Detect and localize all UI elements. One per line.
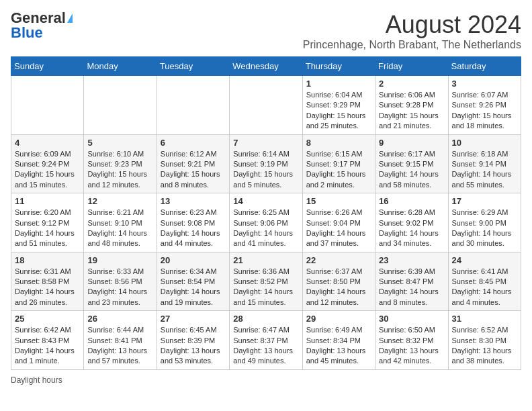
day-number: 5 (87, 138, 152, 148)
calendar-cell: 28Sunrise: 6:47 AM Sunset: 8:37 PM Dayli… (230, 311, 302, 370)
calendar-cell: 17Sunrise: 6:29 AM Sunset: 9:00 PM Dayli… (448, 193, 521, 253)
calendar-cell: 24Sunrise: 6:41 AM Sunset: 8:45 PM Dayli… (448, 252, 521, 311)
day-number: 19 (87, 255, 152, 265)
logo-blue: Blue (11, 26, 43, 40)
calendar-cell: 25Sunrise: 6:42 AM Sunset: 8:43 PM Dayli… (11, 311, 84, 370)
day-info: Sunrise: 6:04 AM Sunset: 9:29 PM Dayligh… (306, 90, 371, 132)
calendar-cell: 15Sunrise: 6:26 AM Sunset: 9:04 PM Dayli… (302, 193, 375, 253)
day-number: 17 (452, 196, 517, 206)
day-info: Sunrise: 6:14 AM Sunset: 9:19 PM Dayligh… (233, 149, 298, 191)
calendar-cell: 11Sunrise: 6:20 AM Sunset: 9:12 PM Dayli… (11, 193, 84, 253)
calendar-cell: 8Sunrise: 6:15 AM Sunset: 9:17 PM Daylig… (302, 134, 375, 193)
day-info: Sunrise: 6:29 AM Sunset: 9:00 PM Dayligh… (452, 208, 517, 249)
calendar-cell: 27Sunrise: 6:45 AM Sunset: 8:39 PM Dayli… (157, 311, 229, 370)
footer-note: Daylight hours (11, 375, 521, 385)
logo-general: General (11, 11, 66, 26)
day-number: 24 (452, 255, 517, 265)
day-number: 30 (379, 314, 444, 324)
calendar-cell: 7Sunrise: 6:14 AM Sunset: 9:19 PM Daylig… (230, 134, 302, 193)
day-info: Sunrise: 6:10 AM Sunset: 9:23 PM Dayligh… (87, 149, 152, 191)
day-number: 22 (306, 255, 371, 265)
day-number: 14 (233, 196, 298, 206)
day-info: Sunrise: 6:07 AM Sunset: 9:26 PM Dayligh… (452, 90, 517, 132)
calendar-cell: 4Sunrise: 6:09 AM Sunset: 9:24 PM Daylig… (11, 134, 84, 193)
calendar-cell: 30Sunrise: 6:50 AM Sunset: 8:32 PM Dayli… (375, 311, 448, 370)
calendar-cell: 20Sunrise: 6:34 AM Sunset: 8:54 PM Dayli… (157, 252, 229, 311)
day-header-monday: Monday (84, 57, 157, 76)
day-header-sunday: Sunday (11, 57, 84, 76)
day-info: Sunrise: 6:52 AM Sunset: 8:30 PM Dayligh… (452, 325, 517, 367)
calendar-cell: 21Sunrise: 6:36 AM Sunset: 8:52 PM Dayli… (230, 252, 302, 311)
day-number: 28 (233, 314, 298, 324)
day-info: Sunrise: 6:17 AM Sunset: 9:15 PM Dayligh… (379, 149, 444, 191)
day-info: Sunrise: 6:26 AM Sunset: 9:04 PM Dayligh… (306, 208, 371, 249)
day-number: 2 (379, 79, 444, 89)
day-info: Sunrise: 6:37 AM Sunset: 8:50 PM Dayligh… (306, 267, 371, 308)
day-number: 29 (306, 314, 371, 324)
day-info: Sunrise: 6:36 AM Sunset: 8:52 PM Dayligh… (233, 267, 298, 308)
calendar-cell: 29Sunrise: 6:49 AM Sunset: 8:34 PM Dayli… (302, 311, 375, 370)
calendar-cell: 16Sunrise: 6:28 AM Sunset: 9:02 PM Dayli… (375, 193, 448, 253)
logo-icon (67, 13, 73, 23)
calendar-cell: 26Sunrise: 6:44 AM Sunset: 8:41 PM Dayli… (84, 311, 157, 370)
day-number: 27 (161, 314, 226, 324)
day-number: 1 (306, 79, 371, 89)
calendar-cell: 31Sunrise: 6:52 AM Sunset: 8:30 PM Dayli… (448, 311, 521, 370)
day-header-wednesday: Wednesday (230, 57, 302, 76)
calendar-cell: 1Sunrise: 6:04 AM Sunset: 9:29 PM Daylig… (302, 76, 375, 135)
day-header-saturday: Saturday (448, 57, 521, 76)
day-number: 21 (233, 255, 298, 265)
calendar-cell (84, 76, 157, 135)
calendar-cell (11, 76, 84, 135)
day-header-tuesday: Tuesday (157, 57, 229, 76)
day-info: Sunrise: 6:21 AM Sunset: 9:10 PM Dayligh… (87, 208, 152, 249)
day-number: 10 (452, 138, 517, 148)
day-number: 25 (15, 314, 80, 324)
calendar-cell (157, 76, 229, 135)
day-info: Sunrise: 6:18 AM Sunset: 9:14 PM Dayligh… (452, 149, 517, 191)
day-number: 13 (161, 196, 226, 206)
day-info: Sunrise: 6:12 AM Sunset: 9:21 PM Dayligh… (161, 149, 226, 191)
day-info: Sunrise: 6:45 AM Sunset: 8:39 PM Dayligh… (161, 325, 226, 367)
day-number: 8 (306, 138, 371, 148)
calendar-table: SundayMondayTuesdayWednesdayThursdayFrid… (11, 56, 521, 370)
day-info: Sunrise: 6:31 AM Sunset: 8:58 PM Dayligh… (15, 267, 80, 308)
location: Princenhage, North Brabant, The Netherla… (303, 39, 521, 51)
calendar-cell: 3Sunrise: 6:07 AM Sunset: 9:26 PM Daylig… (448, 76, 521, 135)
header: General Blue August 2024 Princenhage, No… (11, 11, 521, 51)
day-info: Sunrise: 6:20 AM Sunset: 9:12 PM Dayligh… (15, 208, 80, 249)
day-number: 26 (87, 314, 152, 324)
calendar-cell: 2Sunrise: 6:06 AM Sunset: 9:28 PM Daylig… (375, 76, 448, 135)
calendar-cell: 12Sunrise: 6:21 AM Sunset: 9:10 PM Dayli… (84, 193, 157, 253)
calendar-cell: 18Sunrise: 6:31 AM Sunset: 8:58 PM Dayli… (11, 252, 84, 311)
day-info: Sunrise: 6:41 AM Sunset: 8:45 PM Dayligh… (452, 267, 517, 308)
day-number: 23 (379, 255, 444, 265)
day-info: Sunrise: 6:28 AM Sunset: 9:02 PM Dayligh… (379, 208, 444, 249)
calendar-cell: 5Sunrise: 6:10 AM Sunset: 9:23 PM Daylig… (84, 134, 157, 193)
day-number: 15 (306, 196, 371, 206)
day-number: 31 (452, 314, 517, 324)
day-number: 20 (161, 255, 226, 265)
calendar-cell: 6Sunrise: 6:12 AM Sunset: 9:21 PM Daylig… (157, 134, 229, 193)
day-number: 18 (15, 255, 80, 265)
logo: General Blue (11, 11, 73, 40)
day-info: Sunrise: 6:44 AM Sunset: 8:41 PM Dayligh… (87, 325, 152, 367)
day-info: Sunrise: 6:23 AM Sunset: 9:08 PM Dayligh… (161, 208, 226, 249)
day-number: 11 (15, 196, 80, 206)
day-number: 3 (452, 79, 517, 89)
day-header-thursday: Thursday (302, 57, 375, 76)
calendar-cell: 9Sunrise: 6:17 AM Sunset: 9:15 PM Daylig… (375, 134, 448, 193)
title-area: August 2024 Princenhage, North Brabant, … (303, 11, 521, 51)
day-number: 9 (379, 138, 444, 148)
calendar-cell: 13Sunrise: 6:23 AM Sunset: 9:08 PM Dayli… (157, 193, 229, 253)
calendar-cell: 10Sunrise: 6:18 AM Sunset: 9:14 PM Dayli… (448, 134, 521, 193)
day-info: Sunrise: 6:50 AM Sunset: 8:32 PM Dayligh… (379, 325, 444, 367)
day-number: 6 (161, 138, 226, 148)
day-number: 16 (379, 196, 444, 206)
day-number: 7 (233, 138, 298, 148)
calendar-cell (230, 76, 302, 135)
calendar-cell: 22Sunrise: 6:37 AM Sunset: 8:50 PM Dayli… (302, 252, 375, 311)
day-info: Sunrise: 6:15 AM Sunset: 9:17 PM Dayligh… (306, 149, 371, 191)
day-info: Sunrise: 6:42 AM Sunset: 8:43 PM Dayligh… (15, 325, 80, 367)
day-info: Sunrise: 6:39 AM Sunset: 8:47 PM Dayligh… (379, 267, 444, 308)
